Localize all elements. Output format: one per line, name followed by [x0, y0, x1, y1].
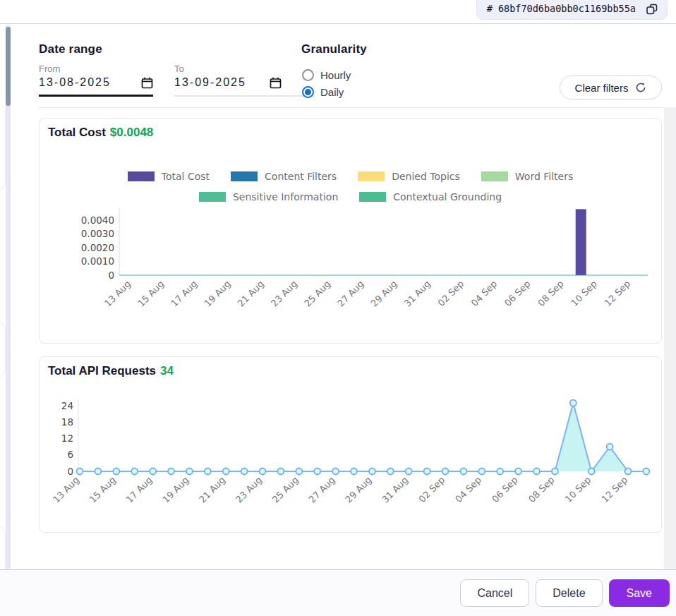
api-requests-chart[interactable]: 0612182413 Aug15 Aug17 Aug19 Aug21 Aug23… [40, 391, 663, 532]
svg-text:29 Aug: 29 Aug [343, 475, 373, 505]
svg-text:06 Sep: 06 Sep [502, 279, 533, 309]
svg-text:13 Aug: 13 Aug [51, 475, 81, 505]
legend-swatch [231, 171, 258, 181]
legend-swatch [359, 192, 386, 202]
chart-legend: Total CostContent FiltersDenied TopicsWo… [40, 171, 661, 203]
svg-text:02 Sep: 02 Sep [417, 475, 447, 505]
total-cost-title: Total Cost [48, 126, 106, 139]
total-cost-value: $0.0048 [110, 126, 153, 139]
legend-item[interactable]: Sensitive Information [199, 191, 338, 203]
legend-row: Sensitive InformationContextual Groundin… [40, 191, 661, 203]
resource-id-chip: # 68bf70d6ba0bb0c1169bb55a [476, 0, 668, 20]
to-label: To [174, 64, 308, 74]
svg-text:0.0040: 0.0040 [81, 215, 114, 226]
from-calendar-button[interactable] [141, 77, 153, 89]
svg-text:25 Aug: 25 Aug [270, 475, 301, 505]
from-date-field[interactable]: From 13-08-2025 [39, 64, 153, 97]
svg-text:0.0020: 0.0020 [81, 242, 114, 253]
total-cost-card: Total Cost$0.0048 Total CostContent Filt… [39, 118, 662, 344]
legend-item[interactable]: Word Filters [481, 171, 573, 182]
calendar-icon [141, 77, 153, 89]
svg-text:12: 12 [61, 433, 73, 444]
svg-text:12 Sep: 12 Sep [603, 279, 633, 309]
to-date-field[interactable]: To 13-09-2025 [174, 64, 308, 97]
svg-text:08 Sep: 08 Sep [526, 475, 557, 505]
api-requests-card: Total API Requests34 0612182413 Aug15 Au… [39, 356, 662, 533]
api-requests-value: 34 [160, 364, 174, 378]
clear-filters-button[interactable]: Clear filters [560, 76, 662, 99]
legend-item[interactable]: Contextual Grounding [359, 191, 502, 203]
svg-text:08 Sep: 08 Sep [536, 279, 566, 309]
date-range-label: Date range [39, 42, 102, 56]
svg-text:31 Aug: 31 Aug [380, 475, 410, 505]
radio-icon[interactable] [302, 69, 314, 81]
background-card [0, 321, 6, 378]
svg-text:04 Sep: 04 Sep [453, 475, 483, 505]
left-scrollbar-track[interactable] [6, 25, 11, 569]
footer: Cancel Delete Save [0, 569, 676, 616]
svg-text:02 Sep: 02 Sep [436, 279, 466, 309]
svg-text:04 Sep: 04 Sep [469, 279, 500, 309]
total-cost-chart[interactable]: 00.00100.00200.00300.004013 Aug15 Aug17 … [40, 205, 663, 329]
calendar-icon [270, 77, 282, 89]
svg-text:18: 18 [61, 416, 73, 428]
svg-text:13 Aug: 13 Aug [102, 279, 133, 309]
save-button[interactable]: Save [609, 579, 670, 607]
legend-swatch [128, 171, 155, 181]
svg-text:24: 24 [61, 400, 73, 411]
svg-text:10 Sep: 10 Sep [569, 279, 599, 309]
svg-text:31 Aug: 31 Aug [402, 279, 433, 309]
legend-swatch [481, 171, 508, 181]
svg-text:6: 6 [67, 449, 73, 460]
legend-swatch [358, 171, 385, 181]
to-value[interactable]: 13-09-2025 [174, 76, 246, 89]
legend-row: Total CostContent FiltersDenied TopicsWo… [40, 171, 661, 182]
svg-text:19 Aug: 19 Aug [203, 279, 233, 309]
legend-label: Total Cost [162, 171, 210, 182]
svg-text:10 Sep: 10 Sep [563, 475, 593, 505]
svg-text:15 Aug: 15 Aug [87, 475, 118, 505]
svg-text:19 Aug: 19 Aug [160, 475, 191, 505]
svg-text:27 Aug: 27 Aug [307, 475, 337, 505]
granularity-option-hourly[interactable]: Hourly [302, 69, 351, 81]
granularity-option-label: Daily [320, 86, 344, 98]
from-label: From [39, 64, 153, 74]
legend-label: Word Filters [515, 171, 573, 182]
left-scrollbar-thumb[interactable] [6, 27, 11, 106]
svg-text:12 Sep: 12 Sep [600, 475, 630, 505]
panel: # 68bf70d6ba0bb0c1169bb55a Date range Fr… [0, 0, 676, 616]
clear-filters-label: Clear filters [575, 82, 629, 94]
to-calendar-button[interactable] [270, 77, 282, 89]
legend-item[interactable]: Total Cost [128, 171, 210, 182]
radio-icon[interactable] [302, 86, 314, 98]
from-value[interactable]: 13-08-2025 [39, 76, 111, 89]
granularity-option-daily[interactable]: Daily [302, 86, 344, 98]
granularity-option-label: Hourly [320, 69, 351, 81]
legend-label: Sensitive Information [233, 191, 338, 203]
resource-id-text: # 68bf70d6ba0bb0c1169bb55a [487, 0, 636, 19]
svg-text:15 Aug: 15 Aug [135, 279, 166, 309]
svg-text:06 Sep: 06 Sep [490, 475, 520, 505]
legend-label: Denied Topics [392, 171, 460, 182]
copy-icon[interactable] [646, 3, 658, 16]
legend-item[interactable]: Content Filters [231, 171, 337, 182]
legend-label: Content Filters [265, 171, 337, 182]
legend-swatch [199, 192, 226, 202]
refresh-icon [635, 82, 646, 93]
svg-text:17 Aug: 17 Aug [124, 475, 155, 505]
svg-text:29 Aug: 29 Aug [369, 279, 399, 309]
svg-text:23 Aug: 23 Aug [234, 475, 264, 505]
svg-text:21 Aug: 21 Aug [197, 475, 227, 505]
legend-label: Contextual Grounding [393, 191, 502, 203]
svg-text:17 Aug: 17 Aug [169, 279, 199, 309]
svg-text:21 Aug: 21 Aug [236, 279, 266, 309]
topbar: # 68bf70d6ba0bb0c1169bb55a [0, 0, 676, 24]
legend-item[interactable]: Denied Topics [358, 171, 460, 182]
svg-text:0.0010: 0.0010 [81, 255, 114, 267]
cancel-button[interactable]: Cancel [460, 579, 529, 607]
filters-section: Date range From 13-08-2025 To 13-09-2025 [0, 24, 676, 107]
divider [39, 107, 663, 108]
delete-button[interactable]: Delete [536, 579, 602, 607]
svg-text:0: 0 [108, 270, 114, 281]
svg-text:27 Aug: 27 Aug [335, 279, 366, 309]
